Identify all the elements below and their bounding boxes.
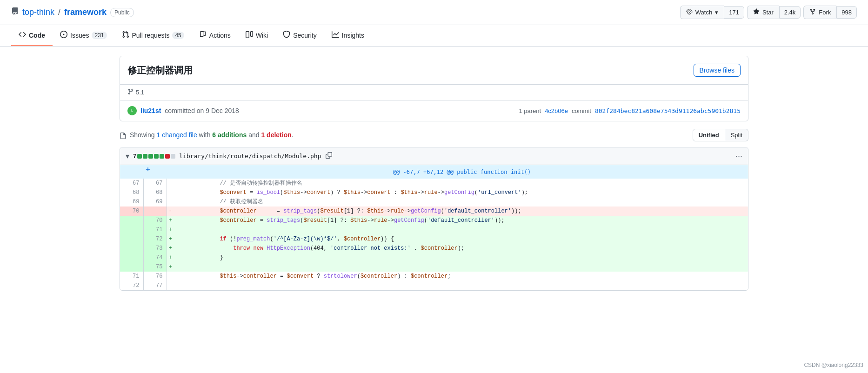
watch-chevron: ▾ — [715, 9, 718, 16]
author-info: L liu21st committed on 9 Dec 2018 — [127, 106, 239, 115]
line-sign: + — [167, 225, 176, 234]
diff-block-add-2 — [143, 154, 147, 159]
issues-badge: 231 — [92, 32, 107, 39]
watch-group: Watch ▾ 171 — [680, 6, 744, 19]
file-header-left: ▾ 7 library/think/route/dispatch/Module.… — [126, 151, 333, 161]
diff-stat: 7 — [133, 153, 175, 160]
tab-insights[interactable]: Insights — [324, 25, 372, 46]
parent-label: 1 parent — [519, 107, 541, 114]
table-row: 72 77 — [120, 281, 748, 290]
line-old-num: 68 — [120, 188, 143, 197]
tab-issues[interactable]: Issues 231 — [53, 25, 114, 46]
table-row: 70 + $controller = strip_tags($result[1]… — [120, 216, 748, 225]
line-new-num: 68 — [143, 188, 167, 197]
author-name-link[interactable]: liu21st — [140, 107, 161, 114]
commit-header: 修正控制器调用 Browse files — [120, 56, 748, 85]
line-old-num — [120, 234, 143, 244]
line-old-num — [120, 225, 143, 234]
issues-icon — [60, 31, 67, 40]
line-old-num: 71 — [120, 272, 143, 281]
copy-path-button[interactable] — [325, 151, 333, 161]
branch-name: 5.1 — [136, 89, 144, 96]
tab-code[interactable]: Code — [11, 25, 53, 46]
main-content: 修正控制器调用 Browse files 5.1 L liu21st commi… — [108, 47, 760, 300]
repo-icon — [11, 7, 19, 17]
table-row: 75 + — [120, 262, 748, 272]
repo-owner-link[interactable]: top-think — [22, 7, 54, 17]
line-new-num: 69 — [143, 197, 167, 206]
browse-files-button[interactable]: Browse files — [694, 64, 741, 77]
table-row: 71 76 $this->controller = $convert ? str… — [120, 272, 748, 281]
fork-button[interactable]: Fork — [803, 6, 836, 19]
line-sign — [167, 281, 176, 290]
parent-hash-link[interactable]: 4c2b06e — [545, 107, 568, 114]
tab-actions-label: Actions — [209, 32, 231, 39]
view-toggle: Unified Split — [693, 129, 748, 141]
commit-hash-link[interactable]: 802f284bec821a608e7543d91126abc5901b2815 — [595, 107, 741, 114]
star-count: 2.4k — [779, 6, 801, 19]
line-sign — [167, 197, 176, 206]
tab-issues-label: Issues — [70, 32, 89, 39]
tab-security[interactable]: Security — [275, 25, 324, 46]
commit-date: committed on 9 Dec 2018 — [165, 107, 239, 114]
visibility-badge: Public — [110, 8, 134, 17]
tab-wiki-label: Wiki — [256, 32, 268, 39]
line-old-num — [120, 244, 143, 253]
commit-title: 修正控制器调用 — [127, 64, 193, 77]
table-row: 71 + — [120, 225, 748, 234]
table-row: 70 - $controller = strip_tags($result[1]… — [120, 206, 748, 216]
star-group: Star 2.4k — [747, 6, 801, 19]
tab-actions[interactable]: Actions — [192, 25, 238, 46]
expand-hunk-button[interactable] — [145, 167, 151, 175]
line-new-num: 77 — [143, 281, 167, 290]
parent-info: 1 parent 4c2b06e commit 802f284bec821a60… — [519, 107, 741, 114]
line-new-num: 70 — [143, 216, 167, 225]
line-code: // 获取控制器名 — [176, 197, 748, 206]
watch-button[interactable]: Watch ▾ — [680, 6, 724, 19]
diff-summary: Showing 1 changed file with 6 additions … — [120, 129, 748, 141]
commit-label: commit — [572, 107, 591, 114]
tab-wiki[interactable]: Wiki — [238, 25, 275, 46]
tab-insights-label: Insights — [342, 32, 364, 39]
star-button[interactable]: Star — [747, 6, 779, 19]
line-new-num: 73 — [143, 244, 167, 253]
line-old-num — [120, 216, 143, 225]
eye-icon — [686, 8, 693, 16]
hunk-header: @@ -67,7 +67,12 @@ public function init(… — [176, 165, 748, 179]
line-sign: + — [167, 244, 176, 253]
changed-file-link[interactable]: 1 changed file — [156, 131, 197, 139]
line-old-num: 69 — [120, 197, 143, 206]
tab-pull-requests[interactable]: Pull requests 45 — [114, 25, 192, 46]
tab-code-label: Code — [29, 32, 45, 39]
line-new-num: 72 — [143, 234, 167, 244]
repo-name-link[interactable]: framework — [64, 7, 107, 17]
actions-icon — [199, 31, 207, 40]
diff-stat-num: 7 — [133, 153, 136, 160]
watch-count: 171 — [724, 6, 744, 19]
line-new-num — [143, 206, 167, 216]
fork-label: Fork — [819, 9, 831, 16]
diff-block-del — [165, 154, 170, 159]
repo-separator: / — [58, 7, 60, 17]
line-sign: + — [167, 216, 176, 225]
repo-title: top-think / framework Public — [11, 7, 134, 17]
file-diff: ▾ 7 library/think/route/dispatch/Module.… — [120, 147, 748, 291]
unified-button[interactable]: Unified — [693, 129, 725, 141]
top-actions: Watch ▾ 171 Star 2.4k Fork 998 — [677, 6, 857, 19]
line-code: $controller = strip_tags($result[1] ?: $… — [176, 216, 748, 225]
diff-block-add-3 — [148, 154, 153, 159]
more-options-button[interactable]: ··· — [735, 151, 742, 161]
tab-pr-label: Pull requests — [132, 32, 170, 39]
insights-icon — [332, 31, 339, 40]
line-code: $convert = is_bool($this->convert) ? $th… — [176, 188, 748, 197]
doc-icon — [120, 131, 130, 139]
code-table: @@ -67,7 +67,12 @@ public function init(… — [120, 165, 748, 290]
deletions-count: 1 deletion — [261, 131, 291, 139]
expand-button[interactable]: ▾ — [126, 152, 129, 160]
line-new-num: 67 — [143, 179, 167, 188]
split-button[interactable]: Split — [725, 129, 748, 141]
table-row: 73 + throw new HttpException(404, 'contr… — [120, 244, 748, 253]
diff-block-add-5 — [160, 154, 164, 159]
line-sign: + — [167, 253, 176, 262]
line-code: // 是否自动转换控制器和操作名 — [176, 179, 748, 188]
